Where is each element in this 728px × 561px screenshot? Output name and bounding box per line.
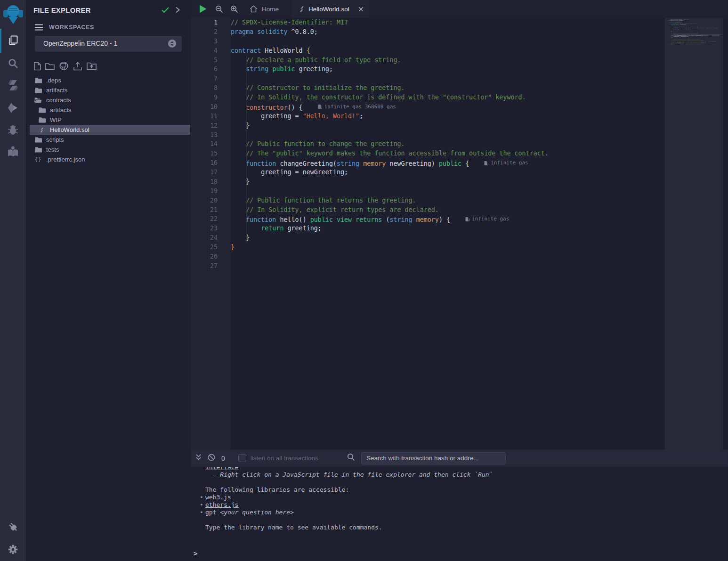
zoom-out-icon[interactable] [215, 5, 223, 15]
transaction-count: 0 [221, 455, 225, 462]
tab-home[interactable]: Home [244, 0, 292, 18]
code-line-23: return greeting; [231, 224, 665, 233]
code-line-1: // SPDX-License-Identifier: MIT [231, 18, 665, 27]
code-line-2: pragma solidity ^0.8.0; [231, 27, 665, 37]
tree-item-label: scripts [46, 136, 64, 143]
line-number: 23 [210, 224, 218, 233]
line-number: 2 [214, 27, 218, 37]
gas-estimate-badge: infinite gas [484, 158, 528, 168]
line-number: 8 [214, 83, 218, 93]
tree-item-scripts[interactable]: scripts [30, 135, 190, 145]
line-number: 3 [214, 37, 218, 46]
workspace-select[interactable]: OpenZeppelin ERC20 - 1 [35, 36, 182, 52]
listen-transactions-label: listen on all transactions [251, 455, 318, 462]
tree-item-wip[interactable]: WIP [30, 115, 190, 125]
editor-scrollbar[interactable] [722, 18, 728, 450]
workspace-switch-icon[interactable] [168, 40, 176, 49]
plugin-manager-icon[interactable] [0, 520, 26, 534]
code-area[interactable]: // SPDX-License-Identifier: MITpragma so… [231, 18, 665, 450]
deploy-run-icon[interactable] [0, 102, 26, 114]
tab-helloworld[interactable]: HelloWorld.sol [292, 0, 369, 18]
tree-item-contracts[interactable]: contracts [30, 95, 190, 105]
folder-icon [38, 107, 46, 113]
github-icon[interactable] [59, 61, 69, 73]
file-tree: .depsartifactscontractsartifactsWIPHello… [30, 75, 190, 164]
line-number: 16 [210, 158, 218, 168]
line-number: 9 [214, 93, 218, 102]
line-number: 10 [210, 102, 218, 112]
terminal-prompt[interactable]: > [194, 550, 197, 557]
minimap-line: infinite gas [712, 35, 719, 36]
file-explorer-icon[interactable] [0, 34, 26, 47]
tree-item-artifacts[interactable]: artifacts [30, 85, 190, 95]
tree-item-tests[interactable]: tests [30, 145, 190, 154]
code-line-11: greeting = "Hello, World!"; [231, 112, 665, 121]
workspaces-menu-icon[interactable] [34, 24, 43, 33]
terminal-line: – Right click on a JavaScript file in th… [205, 471, 493, 479]
tab-close-icon[interactable] [358, 6, 364, 12]
tree-item-artifacts[interactable]: artifacts [30, 105, 190, 115]
upload-file-icon[interactable] [73, 62, 82, 73]
line-number: 19 [210, 187, 218, 196]
tree-item-label: tests [46, 146, 59, 153]
debugger-icon[interactable] [0, 123, 26, 136]
terminal-search-icon [347, 453, 355, 463]
new-folder-icon[interactable] [45, 62, 55, 72]
code-line-20: // Public function that returns the gree… [231, 196, 665, 205]
line-number: 15 [210, 149, 218, 158]
code-line-13 [231, 130, 665, 140]
folder-icon [34, 137, 42, 143]
code-line-3 [231, 37, 665, 46]
tab-home-label: Home [262, 6, 279, 13]
minimap-line: infinite gas [709, 41, 716, 42]
tree-item--prettierrc-json[interactable]: {}.prettierrc.json [30, 154, 190, 164]
code-line-14: // Public function to change the greetin… [231, 139, 665, 149]
run-play-button[interactable] [199, 4, 207, 16]
code-line-26 [231, 252, 665, 261]
line-number: 12 [210, 121, 218, 130]
code-line-5: // Declare a public field of type string… [231, 56, 665, 65]
code-line-25: } [231, 243, 665, 252]
line-number: 14 [210, 139, 218, 149]
code-line-15: // The "public" keyword makes the functi… [231, 149, 665, 158]
tree-item-label: HelloWorld.sol [50, 126, 89, 133]
search-icon[interactable] [0, 57, 26, 69]
folder-icon [38, 117, 46, 123]
terminal-search-input[interactable] [361, 452, 506, 464]
check-icon[interactable] [161, 6, 170, 16]
upload-folder-icon[interactable] [87, 62, 97, 72]
terminal-line: •gpt <your question here> [205, 509, 493, 516]
clear-console-icon[interactable] [208, 454, 215, 463]
code-line-7 [231, 74, 665, 83]
zoom-in-icon[interactable] [230, 5, 238, 15]
editor-region: Home HelloWorld.sol 12345678910111213141… [191, 0, 728, 450]
activity-bar [0, 0, 26, 561]
folder-icon [34, 87, 42, 93]
line-number: 26 [210, 252, 218, 261]
listen-transactions-checkbox[interactable] [238, 454, 246, 462]
gas-estimate-badge: infinite gas 368600 gas [318, 102, 396, 112]
code-line-27 [231, 261, 665, 271]
solidity-compiler-icon[interactable] [0, 79, 26, 92]
minimap[interactable]: // SPDX-License-Identifier: MITpragma so… [665, 18, 726, 450]
learneth-icon[interactable] [0, 145, 26, 158]
settings-gear-icon[interactable] [0, 543, 26, 556]
tree-item-label: artifacts [50, 106, 72, 114]
collapse-chevron-icon[interactable] [175, 6, 180, 16]
line-number: 24 [210, 233, 218, 243]
tree-item-helloworld-sol[interactable]: HelloWorld.sol [30, 125, 190, 135]
terminal-output[interactable]: interface – Right click on a JavaScript … [191, 467, 728, 561]
code-line-22: function hello() public view returns (st… [231, 214, 665, 224]
line-number: 11 [210, 112, 218, 121]
terminal-line [205, 479, 493, 486]
tree-item-label: WIP [50, 116, 62, 123]
terminal-line: interface [205, 467, 493, 471]
line-number: 27 [210, 261, 218, 271]
line-number: 21 [210, 205, 218, 215]
solidity-icon [38, 127, 46, 133]
terminal-expand-icon[interactable] [195, 454, 202, 463]
line-number: 4 [214, 46, 218, 56]
tree-item--deps[interactable]: .deps [30, 75, 190, 85]
remix-logo-icon[interactable] [0, 3, 26, 25]
new-file-icon[interactable] [34, 62, 41, 73]
